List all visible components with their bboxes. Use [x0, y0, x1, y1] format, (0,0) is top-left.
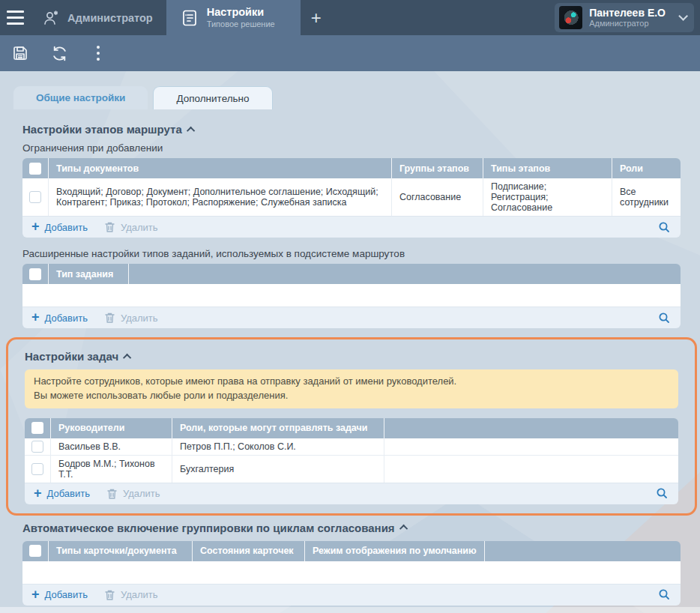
notice-line-1: Настройте сотрудников, которые имеют пра…: [34, 375, 669, 389]
select-all-checkbox[interactable]: [29, 268, 41, 280]
document-icon: [180, 8, 199, 28]
tab-additional-settings[interactable]: Дополнительно: [153, 86, 272, 109]
chevron-up-icon: [399, 525, 408, 533]
chevron-up-icon: [187, 126, 195, 134]
chevron-down-icon: [678, 11, 688, 21]
search-button[interactable]: [657, 310, 672, 325]
section-grouping-header[interactable]: Автоматическое включение группировки по …: [22, 522, 681, 534]
trash-icon: [104, 221, 115, 233]
section-route-stages-title: Настройки этапов маршрута: [22, 123, 182, 136]
table-header-row: Руководители Роли, которые могут отправл…: [25, 418, 678, 438]
column-header[interactable]: Руководители: [51, 418, 172, 438]
cell-managers: Васильев В.В.: [51, 438, 172, 455]
delete-button[interactable]: Удалить: [104, 312, 158, 324]
row-checkbox[interactable]: [31, 441, 43, 453]
delete-button[interactable]: Удалить: [104, 221, 158, 233]
select-all-checkbox[interactable]: [31, 422, 43, 434]
tab-settings-title: Настройки: [207, 6, 275, 19]
delete-button[interactable]: Удалить: [104, 589, 158, 601]
user-menu-chip[interactable]: Пантелеев Е.О Администратор: [555, 3, 694, 32]
hamburger-menu-button[interactable]: [0, 0, 36, 35]
row-checkbox[interactable]: [31, 463, 43, 475]
tab-general-settings[interactable]: Общие настройки: [13, 86, 148, 109]
empty-table-body[interactable]: [22, 561, 681, 584]
column-header[interactable]: Тип задания: [49, 264, 129, 284]
section-tasks-title: Настройки задач: [25, 350, 118, 363]
app-window: Администратор Настройки Типовое решение …: [0, 0, 700, 613]
row-checkbox[interactable]: [29, 191, 41, 203]
column-header-empty: [485, 541, 681, 561]
bottom-edge-highlight: [0, 607, 700, 613]
cell-stage-types: Подписание; Регистрация; Согласование: [483, 178, 612, 216]
tab-administrator-label: Администратор: [67, 12, 153, 24]
column-header[interactable]: Типы этапов: [483, 158, 612, 178]
user-role: Администратор: [589, 19, 666, 28]
table-footer: + Добавить Удалить: [22, 584, 681, 606]
refresh-button[interactable]: [46, 40, 72, 66]
user-avatar: [559, 6, 582, 29]
task-types-table: Тип задания + Добавить Удалить: [22, 264, 681, 328]
save-floppy-icon: [11, 44, 29, 62]
add-button[interactable]: + Добавить: [31, 588, 88, 602]
settings-tabs: Общие настройки Дополнительно: [13, 86, 681, 109]
plus-icon: +: [31, 588, 40, 601]
new-tab-button[interactable]: +: [301, 0, 332, 35]
column-header[interactable]: Состояния карточек: [193, 541, 305, 561]
table-row[interactable]: Входящий; Договор; Документ; Дополнитель…: [22, 178, 681, 216]
cell-sender-roles: Петров П.П.; Соколов С.И.: [172, 438, 384, 455]
refresh-icon: [50, 44, 69, 63]
cell-document-types: Входящий; Договор; Документ; Дополнитель…: [49, 178, 392, 216]
task-senders-table: Руководители Роли, которые могут отправл…: [25, 418, 678, 504]
chevron-up-icon: [123, 353, 131, 361]
search-icon: [656, 487, 669, 500]
restrictions-label: Ограничения при добавлении: [22, 142, 681, 154]
table-footer: + Добавить Удалить: [25, 483, 678, 504]
tab-settings-active[interactable]: Настройки Типовое решение: [166, 0, 301, 35]
search-button[interactable]: [657, 588, 672, 603]
cell-roles: Все сотрудники: [612, 178, 681, 216]
top-tab-bar: Администратор Настройки Типовое решение …: [0, 0, 700, 35]
save-button[interactable]: [7, 40, 33, 66]
add-button[interactable]: + Добавить: [31, 220, 88, 234]
select-all-checkbox[interactable]: [29, 545, 41, 557]
table-footer: + Добавить Удалить: [22, 306, 681, 328]
table-row[interactable]: Бодров М.М.; Тихонов Т.Т. Бухгалтерия: [25, 455, 678, 483]
empty-table-body[interactable]: [22, 284, 681, 306]
section-tasks-header[interactable]: Настройки задач: [25, 350, 678, 363]
trash-icon: [104, 312, 115, 324]
column-header[interactable]: Типы документов: [49, 158, 392, 178]
cell-managers: Бодров М.М.; Тихонов Т.Т.: [51, 455, 172, 483]
plus-icon: +: [31, 310, 40, 324]
column-header-empty: [129, 264, 681, 284]
search-button[interactable]: [654, 486, 669, 501]
search-icon: [658, 588, 671, 601]
highlight-frame-tasks-section: Настройки задач Настройте сотрудников, к…: [6, 337, 697, 516]
column-header[interactable]: Роли: [612, 158, 681, 178]
column-header[interactable]: Режим отображения по умолчанию: [305, 541, 485, 561]
tab-settings-subtitle: Типовое решение: [207, 19, 275, 29]
cell-empty: [384, 438, 678, 455]
column-header[interactable]: Группы этапов: [392, 158, 483, 178]
table-row[interactable]: Васильев В.В. Петров П.П.; Соколов С.И.: [25, 438, 678, 455]
tab-administrator[interactable]: Администратор: [36, 0, 166, 35]
tasks-notice-banner: Настройте сотрудников, которые имеют пра…: [25, 369, 678, 408]
column-header[interactable]: Роли, которые могут отправлять задачи: [172, 418, 384, 438]
delete-button[interactable]: Удалить: [106, 488, 160, 500]
card-toolbar: [0, 35, 700, 71]
select-all-checkbox[interactable]: [29, 163, 41, 175]
table-header-row: Типы документов Группы этапов Типы этапо…: [22, 158, 681, 178]
search-button[interactable]: [657, 220, 672, 235]
table-footer: + Добавить Удалить: [22, 216, 681, 238]
cell-sender-roles: Бухгалтерия: [172, 455, 384, 483]
section-route-stages-header[interactable]: Настройки этапов маршрута: [22, 123, 681, 136]
search-icon: [658, 221, 671, 234]
column-header[interactable]: Типы карточки/документа: [49, 541, 193, 561]
user-admin-icon: [42, 9, 60, 27]
extended-settings-label: Расширенные настройки типов заданий, исп…: [22, 248, 681, 259]
more-actions-button[interactable]: [85, 40, 111, 66]
add-button[interactable]: + Добавить: [34, 487, 90, 501]
kebab-menu-icon: [97, 46, 100, 61]
trash-icon: [106, 488, 118, 500]
add-button[interactable]: + Добавить: [31, 311, 88, 324]
table-header-row: Типы карточки/документа Состояния карточ…: [22, 541, 681, 561]
